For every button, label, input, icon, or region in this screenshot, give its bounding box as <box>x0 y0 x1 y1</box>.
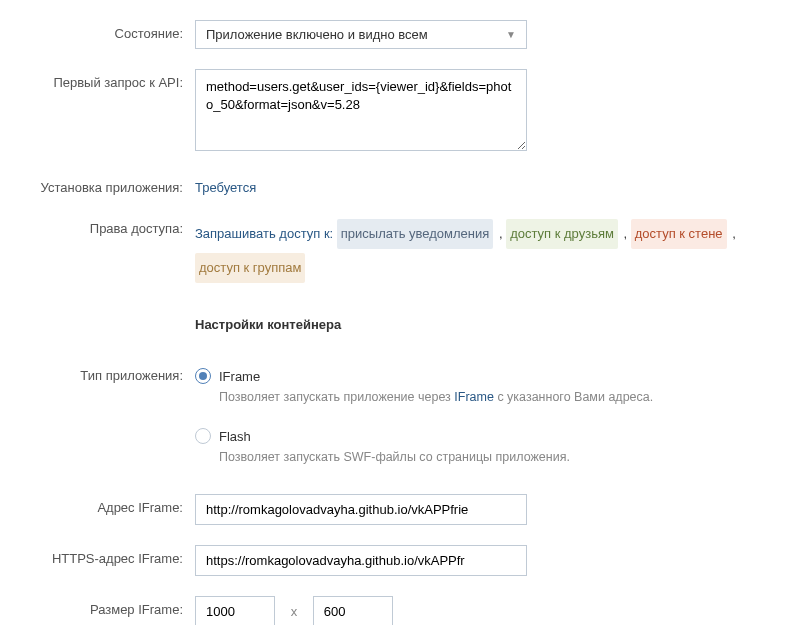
radio-option-flash: Flash Позволяет запускать SWF-файлы со с… <box>195 428 787 464</box>
iframe-size-label: Размер IFrame: <box>0 596 195 617</box>
permission-groups[interactable]: доступ к группам <box>195 253 305 283</box>
row-state: Состояние: Приложение включено и видно в… <box>0 20 807 49</box>
chevron-down-icon: ▼ <box>506 29 516 40</box>
first-api-textarea[interactable]: method=users.get&user_ids={viewer_id}&fi… <box>195 69 527 151</box>
app-type-label: Тип приложения: <box>0 368 195 383</box>
install-value-link[interactable]: Требуется <box>195 180 256 195</box>
iframe-addr-input[interactable] <box>195 494 527 525</box>
radio-iframe[interactable] <box>195 368 211 384</box>
row-install: Установка приложения: Требуется <box>0 174 807 195</box>
row-iframe-size: Размер IFrame: x <box>0 596 807 625</box>
iframe-hint-link[interactable]: IFrame <box>454 390 494 404</box>
settings-form: Состояние: Приложение включено и видно в… <box>0 20 807 625</box>
permission-friends[interactable]: доступ к друзьям <box>506 219 618 249</box>
radio-option-iframe: IFrame Позволяет запускать приложение че… <box>195 368 787 404</box>
iframe-hint-prefix: Позволяет запускать приложение через <box>219 390 454 404</box>
row-permissions: Права доступа: Запрашивать доступ к: при… <box>0 215 807 287</box>
row-iframe-https: HTTPS-адрес IFrame: <box>0 545 807 576</box>
row-first-api: Первый запрос к API: method=users.get&us… <box>0 69 807 154</box>
radio-flash[interactable] <box>195 428 211 444</box>
state-select-value: Приложение включено и видно всем <box>206 27 428 42</box>
flash-hint: Позволяет запускать SWF-файлы со страниц… <box>219 450 787 464</box>
row-iframe-addr: Адрес IFrame: <box>0 494 807 525</box>
radio-iframe-label: IFrame <box>219 369 260 384</box>
permission-notifications[interactable]: присылать уведомления <box>337 219 494 249</box>
size-separator: x <box>291 604 298 619</box>
permissions-prefix-link[interactable]: Запрашивать доступ к: <box>195 226 333 241</box>
iframe-https-label: HTTPS-адрес IFrame: <box>0 545 195 566</box>
iframe-addr-label: Адрес IFrame: <box>0 494 195 515</box>
iframe-https-input[interactable] <box>195 545 527 576</box>
first-api-label: Первый запрос к API: <box>0 69 195 90</box>
iframe-height-input[interactable] <box>313 596 393 625</box>
iframe-hint-suffix: с указанного Вами адреса. <box>494 390 653 404</box>
permissions-label: Права доступа: <box>0 215 195 236</box>
state-label: Состояние: <box>0 20 195 41</box>
radio-flash-label: Flash <box>219 429 251 444</box>
state-select[interactable]: Приложение включено и видно всем ▼ <box>195 20 527 49</box>
row-app-type: Тип приложения: IFrame Позволяет запуска… <box>0 368 807 474</box>
row-container-header: Настройки контейнера <box>0 307 807 348</box>
permission-wall[interactable]: доступ к стене <box>631 219 727 249</box>
iframe-width-input[interactable] <box>195 596 275 625</box>
install-label: Установка приложения: <box>0 174 195 195</box>
radio-dot-icon <box>199 372 207 380</box>
container-header: Настройки контейнера <box>195 317 787 332</box>
iframe-hint: Позволяет запускать приложение через IFr… <box>219 390 787 404</box>
